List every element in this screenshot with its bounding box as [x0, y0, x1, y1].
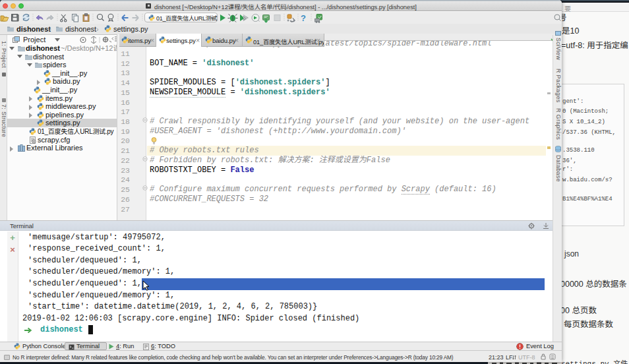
- svg-text:?: ?: [301, 13, 306, 23]
